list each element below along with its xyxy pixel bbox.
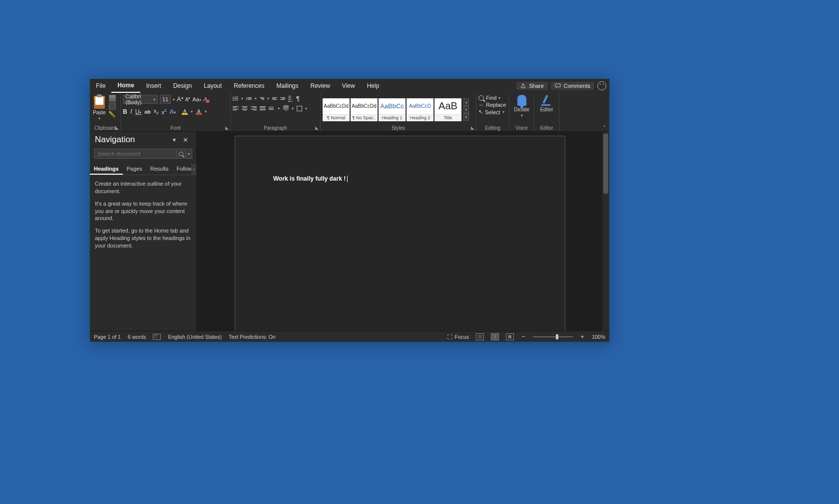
nav-tab-results[interactable]: Results [146, 164, 173, 175]
font-size-dropdown[interactable]: 11 [160, 95, 171, 104]
increase-indent-button[interactable] [280, 97, 285, 100]
style-title[interactable]: AaBTitle [434, 98, 461, 121]
decrease-font-icon[interactable]: A▾ [185, 96, 191, 102]
replace-button[interactable]: ↔Replace [478, 102, 506, 108]
line-spacing-caret[interactable]: ▾ [278, 106, 280, 111]
document-area[interactable]: Work is finally fully dark ! [197, 132, 609, 331]
superscript-button[interactable]: x2 [162, 108, 167, 115]
font-name-dropdown[interactable]: Calibri (Body)▾ [123, 95, 158, 104]
align-right-button[interactable] [251, 106, 257, 111]
line-spacing-button[interactable] [269, 107, 275, 110]
shading-button[interactable] [283, 105, 289, 111]
highlight-button[interactable]: A [182, 109, 188, 115]
numbering-caret[interactable]: ▾ [255, 96, 257, 101]
format-painter-icon[interactable] [109, 111, 116, 118]
find-button[interactable]: Find▾ [478, 95, 500, 101]
tab-file[interactable]: File [90, 79, 111, 93]
paste-button[interactable]: Paste ▾ [92, 95, 107, 122]
focus-mode-button[interactable]: ⛶Focus [447, 334, 469, 340]
comments-button[interactable]: Comments [551, 82, 594, 90]
multilevel-button[interactable] [260, 97, 264, 100]
spellcheck-icon[interactable]: □ [153, 334, 161, 340]
read-mode-icon[interactable]: ▯▯ [476, 333, 484, 340]
italic-button[interactable]: I [130, 108, 132, 115]
print-layout-icon[interactable]: ▯ [491, 333, 499, 340]
style-no-spacing[interactable]: AaBbCcDd¶ No Spac.. [351, 98, 378, 121]
tab-view[interactable]: View [336, 79, 361, 93]
nav-tabs-more-icon[interactable]: › [191, 164, 196, 175]
tab-references[interactable]: References [228, 79, 270, 93]
font-color-caret[interactable]: ▾ [205, 109, 207, 114]
numbering-button[interactable] [246, 97, 252, 100]
cut-icon[interactable] [109, 95, 116, 102]
feedback-icon[interactable] [597, 81, 606, 90]
editor-button[interactable]: Editor [540, 95, 553, 112]
text-effects-button[interactable]: A▾ [170, 108, 179, 115]
document-body-text[interactable]: Work is finally fully dark ! [273, 175, 348, 182]
clear-formatting-icon[interactable]: A [203, 95, 207, 103]
styles-up-icon[interactable]: ▴ [463, 98, 469, 106]
scrollbar-thumb[interactable] [603, 134, 608, 194]
tab-layout[interactable]: Layout [198, 79, 228, 93]
tab-insert[interactable]: Insert [140, 79, 167, 93]
status-page[interactable]: Page 1 of 1 [94, 334, 121, 340]
vertical-scrollbar[interactable] [602, 132, 609, 331]
dialog-launcher-icon[interactable]: ◣ [225, 125, 229, 130]
styles-more-icon[interactable]: ▾ [463, 113, 469, 121]
highlight-caret[interactable]: ▾ [191, 109, 193, 114]
zoom-out-button[interactable]: − [521, 333, 526, 340]
dialog-launcher-icon[interactable]: ◣ [115, 125, 119, 130]
bullets-caret[interactable]: ▾ [241, 96, 243, 101]
web-layout-icon[interactable]: ▦ [506, 333, 514, 340]
multilevel-caret[interactable]: ▾ [267, 96, 269, 101]
zoom-thumb[interactable] [556, 334, 558, 339]
underline-button[interactable]: U▾ [135, 108, 142, 115]
increase-font-icon[interactable]: A▴ [177, 95, 183, 103]
collapse-ribbon-icon[interactable]: ˄ [599, 93, 609, 131]
select-button[interactable]: ↖Select▾ [478, 109, 504, 115]
dialog-launcher-icon[interactable]: ◣ [315, 125, 319, 130]
decrease-indent-button[interactable] [272, 97, 277, 100]
nav-tab-headings[interactable]: Headings [90, 164, 123, 175]
tab-help[interactable]: Help [361, 79, 386, 93]
shading-caret[interactable]: ▾ [292, 106, 294, 111]
font-color-button[interactable]: A [196, 109, 202, 115]
tab-review[interactable]: Review [304, 79, 336, 93]
share-button[interactable]: Share [516, 82, 547, 90]
bullets-button[interactable] [233, 97, 238, 101]
dialog-launcher-icon[interactable]: ◣ [471, 125, 474, 130]
copy-icon[interactable] [109, 103, 116, 110]
borders-button[interactable] [297, 106, 302, 111]
status-words[interactable]: 6 words [128, 334, 146, 340]
nav-tab-pages[interactable]: Pages [123, 164, 146, 175]
dictate-button[interactable]: Dictate ▾ [514, 95, 529, 118]
zoom-in-button[interactable]: + [580, 333, 585, 340]
status-language[interactable]: English (United States) [168, 334, 221, 340]
tab-home[interactable]: Home [111, 79, 140, 93]
font-size-caret[interactable]: ▾ [173, 97, 175, 102]
change-case-icon[interactable]: Aa▾ [192, 96, 201, 102]
search-button[interactable] [176, 149, 185, 159]
style-heading-1[interactable]: AaBbCcHeading 1 [379, 98, 406, 121]
borders-caret[interactable]: ▾ [305, 106, 307, 111]
tab-design[interactable]: Design [167, 79, 198, 93]
search-input[interactable] [94, 149, 176, 159]
bold-button[interactable]: B [123, 108, 127, 115]
styles-down-icon[interactable]: ▾ [463, 106, 469, 113]
tab-mailings[interactable]: Mailings [270, 79, 304, 93]
justify-button[interactable] [260, 106, 266, 111]
sort-button[interactable]: AZ↓ [288, 95, 293, 102]
search-options-caret[interactable]: ▾ [185, 149, 192, 159]
align-left-button[interactable] [233, 106, 239, 111]
status-predictions[interactable]: Text Predictions: On [229, 334, 276, 340]
strikethrough-button[interactable]: ab [144, 109, 150, 115]
zoom-slider[interactable] [533, 336, 573, 337]
show-marks-button[interactable]: ¶ [296, 95, 300, 102]
zoom-value[interactable]: 100% [592, 334, 605, 340]
nav-close-icon[interactable]: ✕ [180, 136, 191, 144]
style-heading-2[interactable]: AaBbCcDHeading 2 [407, 98, 433, 121]
nav-dropdown-icon[interactable]: ▼ [169, 137, 180, 143]
subscript-button[interactable]: x2 [154, 108, 159, 115]
style-normal[interactable]: AaBbCcDd¶ Normal [323, 98, 350, 121]
align-center-button[interactable] [242, 106, 248, 111]
